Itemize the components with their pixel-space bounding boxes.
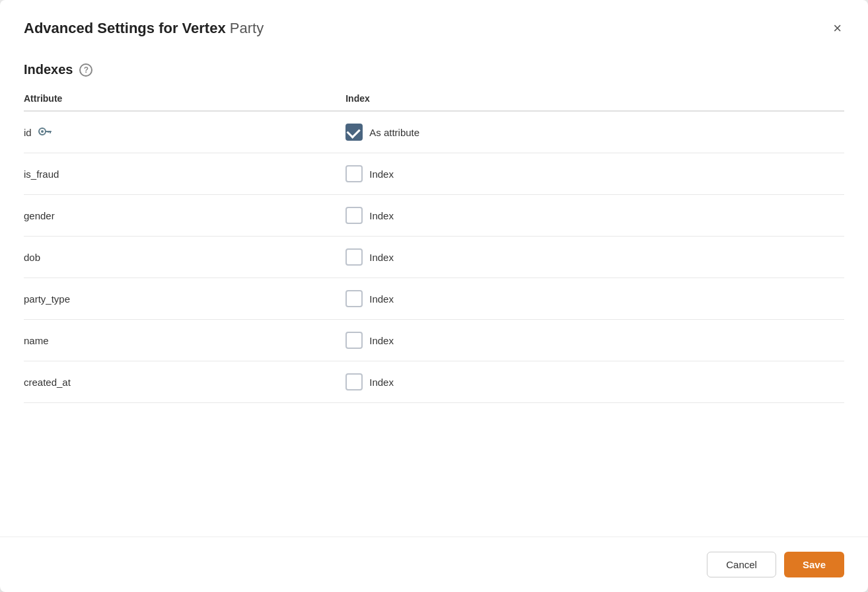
index-checkbox-3[interactable] — [345, 248, 363, 266]
attribute-name: created_at — [24, 377, 71, 388]
index-checkbox-4[interactable] — [345, 290, 363, 307]
index-cell-2: Index — [343, 195, 844, 237]
attribute-name: dob — [24, 252, 40, 263]
help-icon[interactable]: ? — [79, 63, 92, 77]
attribute-name: is_fraud — [24, 168, 59, 180]
table-row: is_fraudIndex — [24, 153, 844, 195]
title-light-part: Party — [230, 20, 264, 36]
table-row: dobIndex — [24, 237, 844, 278]
index-checkbox-5[interactable] — [345, 332, 363, 349]
attribute-cell-0: id — [24, 111, 343, 153]
table-row: id As attribute — [24, 111, 844, 153]
table-row: genderIndex — [24, 195, 844, 237]
index-checkbox-0[interactable] — [345, 124, 363, 141]
svg-point-1 — [41, 130, 44, 133]
index-label-4: Index — [369, 293, 394, 305]
modal-title: Advanced Settings for Vertex Party — [24, 20, 264, 37]
index-cell-0: As attribute — [343, 111, 844, 153]
index-cell-3: Index — [343, 237, 844, 278]
cancel-button[interactable]: Cancel — [707, 552, 776, 577]
index-checkbox-2[interactable] — [345, 207, 363, 224]
index-label-0: As attribute — [369, 127, 419, 138]
modal-footer: Cancel Save — [0, 536, 868, 592]
index-cell-6: Index — [343, 361, 844, 403]
key-icon — [38, 126, 53, 139]
index-label-6: Index — [369, 377, 394, 388]
index-cell-5: Index — [343, 320, 844, 361]
attribute-cell-3: dob — [24, 237, 343, 278]
section-header: Indexes ? — [0, 50, 868, 87]
index-cell-4: Index — [343, 278, 844, 320]
index-checkbox-6[interactable] — [345, 373, 363, 390]
table-row: nameIndex — [24, 320, 844, 361]
table-header-row: Attribute Index — [24, 87, 844, 111]
svg-rect-3 — [50, 131, 51, 133]
attribute-cell-2: gender — [24, 195, 343, 237]
attribute-name: name — [24, 335, 49, 346]
attribute-name: party_type — [24, 293, 70, 305]
modal-dialog: Advanced Settings for Vertex Party × Ind… — [0, 0, 868, 592]
attribute-name: id — [24, 127, 32, 138]
table-row: created_atIndex — [24, 361, 844, 403]
save-button[interactable]: Save — [784, 552, 844, 577]
index-checkbox-1[interactable] — [345, 165, 363, 182]
title-bold-part: Advanced Settings for Vertex — [24, 20, 226, 36]
col-header-index: Index — [343, 87, 844, 111]
table-container: Attribute Index id As attributeis_fraudI… — [24, 87, 844, 536]
attribute-cell-1: is_fraud — [24, 153, 343, 195]
col-header-attribute: Attribute — [24, 87, 343, 111]
attribute-cell-6: created_at — [24, 361, 343, 403]
svg-rect-4 — [48, 131, 49, 133]
index-label-3: Index — [369, 252, 394, 263]
section-title: Indexes — [24, 62, 73, 77]
index-cell-1: Index — [343, 153, 844, 195]
attribute-cell-4: party_type — [24, 278, 343, 320]
table-row: party_typeIndex — [24, 278, 844, 320]
modal-header: Advanced Settings for Vertex Party × — [0, 0, 868, 50]
close-button[interactable]: × — [830, 18, 844, 38]
index-label-2: Index — [369, 210, 394, 221]
index-label-1: Index — [369, 168, 394, 180]
attribute-name: gender — [24, 210, 55, 221]
attribute-cell-5: name — [24, 320, 343, 361]
index-label-5: Index — [369, 335, 394, 346]
indexes-table: Attribute Index id As attributeis_fraudI… — [24, 87, 844, 403]
